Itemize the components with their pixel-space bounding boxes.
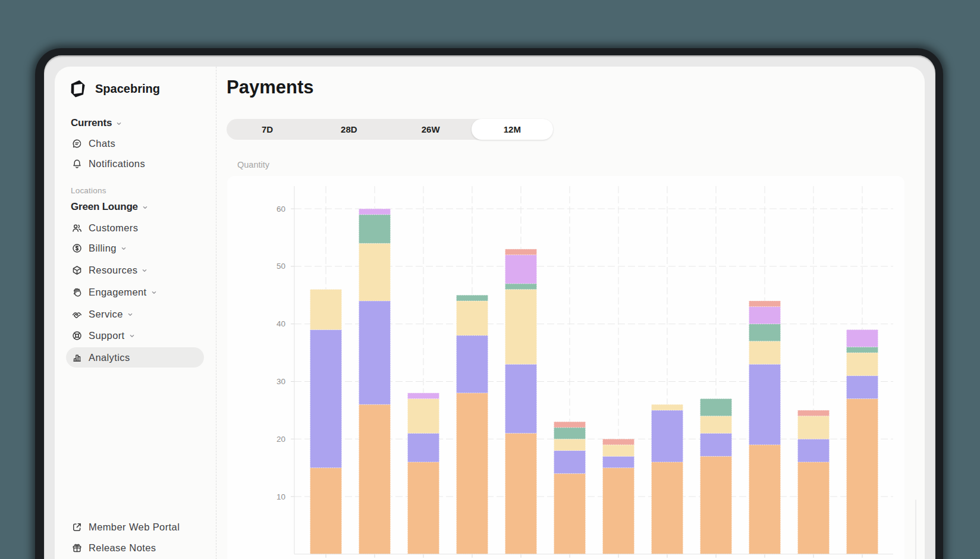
svg-text:60: 60 — [277, 205, 285, 213]
svg-text:20: 20 — [277, 435, 285, 444]
svg-text:50: 50 — [277, 262, 285, 271]
svg-text:10: 10 — [277, 492, 285, 501]
svg-text:30: 30 — [277, 377, 285, 386]
svg-text:40: 40 — [277, 319, 285, 328]
